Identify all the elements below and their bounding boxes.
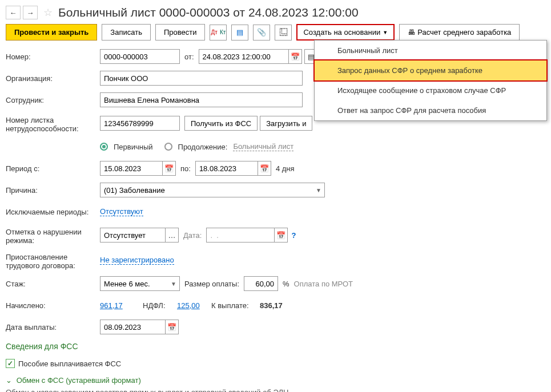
exchange-desc: Обмен с использованием реестров прямых в… <box>6 388 545 392</box>
period-from-label: Период с: <box>6 164 100 173</box>
load-file-button[interactable]: Загрузить и <box>260 116 312 131</box>
payout-label: К выплате: <box>211 301 260 310</box>
pay-rate-label: Размер оплаты: <box>184 280 239 288</box>
excluded-label: Исключаемые периоды: <box>6 208 100 216</box>
number-input[interactable] <box>100 49 180 64</box>
fss-section-title: Сведения для ФСС <box>6 342 545 351</box>
tenure-select[interactable] <box>100 276 180 291</box>
excluded-link[interactable]: Отсутствуют <box>100 207 143 216</box>
accrued-label: Начислено: <box>6 301 100 310</box>
star-icon[interactable]: ☆ <box>43 6 53 19</box>
mrot-label: Оплата по МРОТ <box>294 280 353 288</box>
org-input[interactable] <box>100 71 303 86</box>
pay-rate-input[interactable] <box>244 276 278 291</box>
sheet-num-label: Номер листка нетрудоспособности: <box>6 114 100 133</box>
calendar-icon[interactable]: 📅 <box>258 161 271 176</box>
pay-date-input[interactable] <box>100 320 166 334</box>
help-icon[interactable]: ? <box>291 231 296 240</box>
reason-label: Причина: <box>6 186 100 195</box>
dropdown-menu: Больничный лист Запрос данных СФР о сред… <box>314 40 547 121</box>
calendar-icon[interactable]: 📅 <box>274 228 288 243</box>
doc-icon-button[interactable]: ▤ <box>231 25 248 41</box>
calendar-icon[interactable]: 📅 <box>162 161 176 176</box>
dropdown-item-sfr-reply[interactable]: Ответ на запрос СФР для расчета пособия <box>315 100 546 120</box>
get-fss-button[interactable]: Получить из ФСС <box>184 116 258 131</box>
forward-button[interactable]: → <box>23 6 38 19</box>
employee-input[interactable] <box>100 92 303 107</box>
continuation-radio[interactable] <box>164 143 172 151</box>
suspension-label: Приостановление трудового договора: <box>6 250 100 270</box>
pay-date-label: Дата выплаты: <box>6 323 100 332</box>
submit-button[interactable]: Провести <box>155 24 206 41</box>
ellipsis-icon[interactable]: … <box>165 228 179 243</box>
back-button[interactable]: ← <box>6 6 21 19</box>
dropdown-item-outgoing-sfr[interactable]: Исходящее сообщение о страховом случае С… <box>315 80 546 100</box>
from-label: от: <box>184 52 194 61</box>
number-label: Номер: <box>6 52 100 61</box>
percent-label: % <box>283 280 289 288</box>
continuation-label: Продолжение: <box>178 143 228 151</box>
violation-date-input[interactable] <box>206 228 275 243</box>
primary-label: Первичный <box>114 143 153 151</box>
dropdown-item-sick-leave[interactable]: Больничный лист <box>315 41 546 60</box>
org-label: Организация: <box>6 74 100 83</box>
collapse-arrow-icon[interactable]: ⌄ <box>6 376 12 385</box>
save-button[interactable]: Записать <box>102 24 151 41</box>
employee-label: Сотрудник: <box>6 96 100 104</box>
period-from-input[interactable] <box>100 161 163 176</box>
fss-checkbox-label: Пособие выплачивается ФСС <box>18 359 121 368</box>
violation-label: Отметка о нарушении режима: <box>6 225 100 245</box>
cont-link[interactable]: Больничный лист <box>233 142 293 151</box>
suspension-link[interactable]: Не зарегистрировано <box>100 256 174 265</box>
date-label: Дата: <box>183 231 202 240</box>
exchange-title[interactable]: Обмен с ФСС (устаревший формат) <box>17 376 141 385</box>
accrued-link[interactable]: 961,17 <box>100 301 143 310</box>
print-icon: 🖶 <box>408 28 415 37</box>
ndfl-label: НДФЛ: <box>143 301 177 310</box>
page-title: Больничный лист 0000-000003 от 24.08.202… <box>58 6 359 19</box>
from-date-input[interactable] <box>199 49 289 64</box>
create-based-dropdown[interactable]: Создать на основании ▼ <box>296 24 395 41</box>
attach-icon-button[interactable]: 📎 <box>253 25 270 41</box>
calendar-icon[interactable]: 📅 <box>288 49 302 64</box>
sheet-num-input[interactable] <box>100 116 180 131</box>
submit-close-button[interactable]: Провести и закрыть <box>6 24 97 41</box>
dropdown-item-sfr-request[interactable]: Запрос данных СФР о среднем заработке <box>315 60 546 80</box>
reason-select[interactable] <box>100 183 325 197</box>
chevron-down-icon: ▼ <box>383 30 388 35</box>
tenure-label: Стаж: <box>6 280 100 288</box>
calc-avg-button[interactable]: 🖶 Расчет среднего заработка <box>399 24 520 41</box>
payout-value: 836,17 <box>260 301 283 310</box>
to-label: по: <box>180 164 191 173</box>
period-to-input[interactable] <box>195 161 258 176</box>
calendar-icon[interactable]: 📅 <box>165 320 179 334</box>
dr-cr-icon-button[interactable]: ДтКт <box>210 25 227 41</box>
fss-checkbox[interactable]: ✓ <box>6 359 15 368</box>
violation-input[interactable] <box>100 228 166 243</box>
primary-radio[interactable] <box>100 143 108 151</box>
days-label: 4 дня <box>276 164 295 173</box>
structure-icon-button[interactable]: ⿺ <box>275 25 292 41</box>
ndfl-link[interactable]: 125,00 <box>177 301 211 310</box>
